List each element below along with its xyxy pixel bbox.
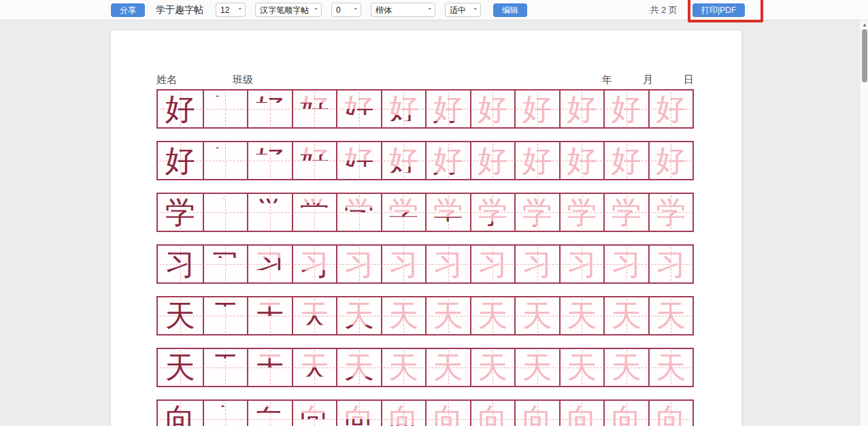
practice-row: 好好好好好好好好好好好好好好好好好好好好好好好好	[156, 89, 694, 129]
practice-cell: 向向	[247, 401, 292, 426]
trace-glyph: 学	[650, 194, 693, 231]
trace-glyph: 天	[650, 349, 693, 386]
stroke-glyph: 学	[158, 194, 203, 231]
trace-glyph: 天	[337, 349, 381, 386]
practice-cell: 学学	[559, 194, 604, 231]
scroll-up-icon[interactable]: ▲	[861, 22, 868, 29]
font-select[interactable]: 楷体	[371, 3, 435, 17]
practice-cell: 向向	[514, 401, 559, 426]
stroke-glyph: 向	[248, 401, 292, 426]
page-count: 共 2 页	[650, 4, 677, 16]
name-label: 姓名	[156, 73, 177, 86]
trace-glyph: 学	[427, 194, 470, 231]
practice-cell: 好好	[381, 142, 426, 179]
practice-cell: 学学	[648, 194, 693, 231]
practice-cell: 学学	[470, 194, 515, 231]
practice-cell: 学学	[514, 194, 559, 231]
vertical-scrollbar[interactable]: ▲ ▼	[860, 20, 868, 426]
trace-glyph: 好	[471, 91, 515, 127]
stroke-glyph: 学	[427, 194, 470, 231]
scrollbar-thumb[interactable]	[862, 29, 867, 82]
trace-glyph: 好	[204, 91, 248, 127]
trace-glyph: 好	[516, 142, 559, 179]
practice-cell: 天天	[514, 297, 559, 334]
practice-row: 习习习习习习习习习习习习习习习习习习习习习习习习	[156, 244, 694, 284]
stroke-glyph: 好	[337, 142, 381, 179]
trace-glyph: 好	[561, 142, 604, 179]
workspace: 姓名 班级 年 月 日 好好好好好好好好好好好好好好好好好好好好好好好好好好好好…	[0, 20, 868, 426]
trace-glyph: 习	[337, 246, 381, 282]
trace-glyph: 天	[427, 297, 470, 334]
practice-cell: 向向	[425, 401, 470, 426]
stroke-glyph: 向	[293, 401, 337, 426]
practice-cell: 习习	[203, 246, 248, 282]
trace-glyph: 学	[471, 194, 515, 231]
practice-row: 向向向向向向向向向向向向向向向向向向向向向向向向	[156, 399, 694, 426]
trace-glyph: 好	[427, 91, 470, 127]
practice-cell: 学学	[247, 194, 292, 231]
practice-cell: 好好	[470, 91, 515, 127]
trace-glyph: 好	[382, 91, 426, 127]
practice-cell: 向向	[158, 401, 203, 426]
trace-glyph: 天	[293, 297, 337, 334]
stroke-glyph: 学	[471, 194, 515, 231]
practice-cell: 好好	[292, 142, 337, 179]
practice-cell: 好好	[381, 91, 426, 127]
practice-cell: 天天	[470, 297, 515, 334]
trace-glyph: 习	[293, 246, 337, 282]
stroke-glyph: 向	[382, 401, 426, 426]
practice-sheet: 姓名 班级 年 月 日 好好好好好好好好好好好好好好好好好好好好好好好好好好好好…	[156, 70, 694, 426]
stroke-glyph: 向	[158, 401, 203, 426]
trace-glyph: 好	[293, 142, 337, 179]
trace-glyph: 习	[561, 246, 604, 282]
trace-glyph: 好	[516, 91, 559, 127]
trace-glyph: 天	[516, 297, 559, 334]
trace-glyph: 好	[248, 142, 292, 179]
trace-glyph: 天	[561, 297, 604, 334]
practice-cell: 好好	[425, 142, 470, 179]
trace-glyph: 习	[382, 246, 426, 282]
trace-glyph: 好	[337, 91, 381, 127]
stroke-glyph: 好	[248, 91, 292, 127]
practice-cell: 向向	[381, 401, 426, 426]
practice-cell: 向向	[203, 401, 248, 426]
stroke-glyph: 好	[204, 142, 248, 179]
practice-cell: 好好	[336, 91, 381, 127]
stroke-glyph: 天	[204, 297, 248, 334]
practice-cell: 学学	[292, 194, 337, 231]
trace-glyph: 向	[293, 401, 337, 426]
practice-cell: 天天	[425, 349, 470, 386]
practice-cell: 好好	[514, 142, 559, 179]
practice-cell: 学学	[381, 194, 426, 231]
practice-cell: 习习	[425, 246, 470, 282]
practice-cell: 好好	[158, 91, 203, 127]
share-button[interactable]: 分享	[111, 3, 145, 17]
stroke-glyph: 好	[158, 142, 203, 179]
stroke-glyph: 好	[204, 91, 248, 127]
edit-button[interactable]: 编辑	[493, 3, 527, 17]
sheet-type-select[interactable]: 汉字笔顺字帖	[255, 3, 322, 17]
practice-cell: 好好	[648, 142, 693, 179]
practice-cell: 天天	[381, 297, 426, 334]
practice-row: 好好好好好好好好好好好好好好好好好好好好好好好好	[156, 141, 694, 180]
practice-cell: 天天	[203, 297, 248, 334]
stroke-glyph: 学	[248, 194, 292, 231]
stroke-glyph: 学	[516, 194, 559, 231]
practice-cell: 好好	[425, 91, 470, 127]
trace-glyph: 好	[650, 142, 693, 179]
chars-per-row-select[interactable]: 12	[216, 3, 246, 17]
practice-cell: 向向	[603, 401, 648, 426]
practice-cell: 学学	[336, 194, 381, 231]
trace-glyph: 向	[427, 401, 470, 426]
density-select[interactable]: 适中	[445, 3, 481, 17]
worksheet-page: 姓名 班级 年 月 日 好好好好好好好好好好好好好好好好好好好好好好好好好好好好…	[111, 31, 741, 426]
practice-cell: 好好	[247, 91, 292, 127]
stroke-glyph: 天	[337, 349, 381, 386]
trace-glyph: 向	[248, 401, 292, 426]
practice-cell: 天天	[336, 349, 381, 386]
print-pdf-button[interactable]: 打印|PDF	[692, 3, 745, 17]
practice-cell: 天天	[247, 349, 292, 386]
trace-glyph: 天	[605, 349, 648, 386]
practice-cell: 向向	[470, 401, 515, 426]
blank-rows-select[interactable]: 0	[331, 3, 361, 17]
